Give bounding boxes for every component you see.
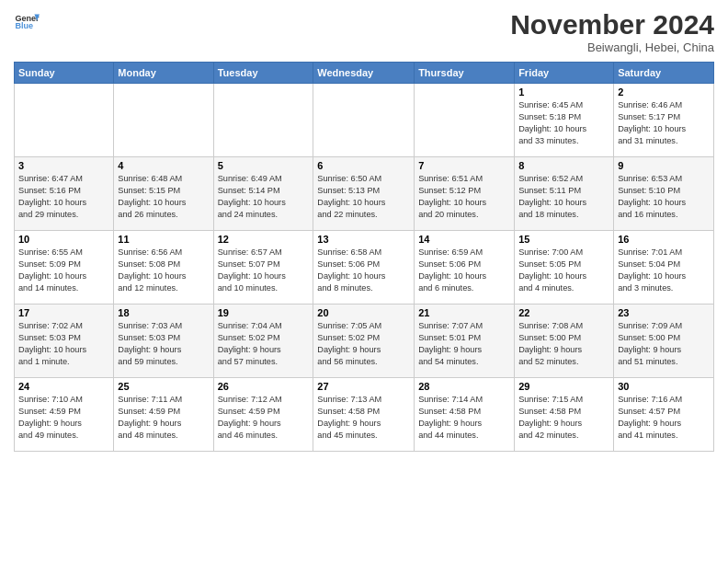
header: General Blue November 2024 Beiwangli, He… (14, 9, 714, 54)
day-number: 10 (18, 234, 109, 245)
day-info: Sunrise: 7:04 AM Sunset: 5:02 PM Dayligh… (218, 320, 310, 368)
calendar-week-row: 17Sunrise: 7:02 AM Sunset: 5:03 PM Dayli… (15, 304, 714, 378)
calendar-day-cell: 15Sunrise: 7:00 AM Sunset: 5:05 PM Dayli… (515, 231, 614, 304)
day-number: 2 (618, 86, 710, 98)
weekday-header: Wednesday (313, 63, 415, 84)
day-number: 28 (418, 381, 510, 392)
day-number: 18 (118, 307, 209, 318)
day-number: 20 (317, 307, 410, 318)
day-info: Sunrise: 7:15 AM Sunset: 4:58 PM Dayligh… (518, 394, 609, 442)
weekday-header: Friday (515, 63, 614, 84)
day-info: Sunrise: 6:59 AM Sunset: 5:06 PM Dayligh… (418, 247, 510, 294)
day-info: Sunrise: 7:05 AM Sunset: 5:02 PM Dayligh… (317, 320, 410, 368)
day-info: Sunrise: 7:07 AM Sunset: 5:01 PM Dayligh… (418, 320, 510, 368)
calendar-day-cell: 13Sunrise: 6:58 AM Sunset: 5:06 PM Dayli… (313, 231, 415, 304)
calendar-day-cell: 11Sunrise: 6:56 AM Sunset: 5:08 PM Dayli… (114, 231, 213, 304)
calendar-day-cell: 17Sunrise: 7:02 AM Sunset: 5:03 PM Dayli… (15, 304, 114, 378)
calendar-day-cell: 16Sunrise: 7:01 AM Sunset: 5:04 PM Dayli… (614, 231, 714, 304)
day-info: Sunrise: 7:10 AM Sunset: 4:59 PM Dayligh… (18, 394, 109, 442)
calendar-day-cell: 30Sunrise: 7:16 AM Sunset: 4:57 PM Dayli… (614, 378, 714, 452)
calendar-day-cell: 29Sunrise: 7:15 AM Sunset: 4:58 PM Dayli… (515, 378, 614, 452)
day-number: 9 (618, 160, 710, 171)
weekday-header: Tuesday (213, 63, 313, 84)
day-number: 24 (18, 381, 109, 392)
location: Beiwangli, Hebei, China (510, 40, 714, 54)
calendar-day-cell: 19Sunrise: 7:04 AM Sunset: 5:02 PM Dayli… (213, 304, 313, 378)
calendar-day-cell: 12Sunrise: 6:57 AM Sunset: 5:07 PM Dayli… (213, 231, 313, 304)
day-number: 27 (317, 381, 410, 392)
calendar-day-cell: 5Sunrise: 6:49 AM Sunset: 5:14 PM Daylig… (213, 157, 313, 231)
calendar-week-row: 3Sunrise: 6:47 AM Sunset: 5:16 PM Daylig… (15, 157, 714, 231)
day-info: Sunrise: 7:14 AM Sunset: 4:58 PM Dayligh… (418, 394, 510, 442)
page: General Blue November 2024 Beiwangli, He… (0, 0, 728, 461)
weekday-header: Saturday (614, 63, 714, 84)
calendar-day-cell: 23Sunrise: 7:09 AM Sunset: 5:00 PM Dayli… (614, 304, 714, 378)
calendar-day-cell: 8Sunrise: 6:52 AM Sunset: 5:11 PM Daylig… (515, 157, 614, 231)
day-number: 1 (518, 86, 609, 98)
calendar: SundayMondayTuesdayWednesdayThursdayFrid… (14, 62, 714, 452)
day-info: Sunrise: 7:11 AM Sunset: 4:59 PM Dayligh… (118, 394, 209, 442)
day-number: 8 (518, 160, 609, 171)
calendar-day-cell: 3Sunrise: 6:47 AM Sunset: 5:16 PM Daylig… (15, 157, 114, 231)
calendar-day-cell (15, 84, 114, 157)
day-info: Sunrise: 7:01 AM Sunset: 5:04 PM Dayligh… (618, 247, 710, 294)
day-number: 12 (218, 234, 310, 245)
month-title: November 2024 (510, 9, 714, 40)
day-number: 30 (618, 381, 710, 392)
calendar-day-cell (313, 84, 415, 157)
day-info: Sunrise: 6:46 AM Sunset: 5:17 PM Dayligh… (618, 99, 710, 147)
day-info: Sunrise: 7:08 AM Sunset: 5:00 PM Dayligh… (518, 320, 609, 368)
day-number: 16 (618, 234, 710, 245)
day-info: Sunrise: 6:56 AM Sunset: 5:08 PM Dayligh… (118, 247, 209, 294)
calendar-day-cell: 1Sunrise: 6:45 AM Sunset: 5:18 PM Daylig… (515, 84, 614, 157)
day-number: 19 (218, 307, 310, 318)
day-info: Sunrise: 6:53 AM Sunset: 5:10 PM Dayligh… (618, 173, 710, 221)
day-info: Sunrise: 6:45 AM Sunset: 5:18 PM Dayligh… (518, 99, 609, 147)
logo-icon: General Blue (14, 9, 40, 35)
title-block: November 2024 Beiwangli, Hebei, China (510, 9, 714, 54)
day-info: Sunrise: 6:48 AM Sunset: 5:15 PM Dayligh… (118, 173, 209, 221)
day-number: 4 (118, 160, 209, 171)
logo: General Blue (14, 9, 40, 35)
day-number: 26 (218, 381, 310, 392)
day-number: 13 (317, 234, 410, 245)
calendar-day-cell: 14Sunrise: 6:59 AM Sunset: 5:06 PM Dayli… (415, 231, 515, 304)
day-info: Sunrise: 6:50 AM Sunset: 5:13 PM Dayligh… (317, 173, 410, 221)
weekday-header: Monday (114, 63, 213, 84)
calendar-day-cell: 10Sunrise: 6:55 AM Sunset: 5:09 PM Dayli… (15, 231, 114, 304)
calendar-day-cell: 2Sunrise: 6:46 AM Sunset: 5:17 PM Daylig… (614, 84, 714, 157)
calendar-day-cell: 21Sunrise: 7:07 AM Sunset: 5:01 PM Dayli… (415, 304, 515, 378)
calendar-day-cell: 26Sunrise: 7:12 AM Sunset: 4:59 PM Dayli… (213, 378, 313, 452)
calendar-day-cell (114, 84, 213, 157)
day-number: 25 (118, 381, 209, 392)
day-info: Sunrise: 6:51 AM Sunset: 5:12 PM Dayligh… (418, 173, 510, 221)
day-info: Sunrise: 7:12 AM Sunset: 4:59 PM Dayligh… (218, 394, 310, 442)
weekday-header: Thursday (415, 63, 515, 84)
day-info: Sunrise: 6:57 AM Sunset: 5:07 PM Dayligh… (218, 247, 310, 294)
calendar-week-row: 24Sunrise: 7:10 AM Sunset: 4:59 PM Dayli… (15, 378, 714, 452)
day-number: 11 (118, 234, 209, 245)
day-info: Sunrise: 7:13 AM Sunset: 4:58 PM Dayligh… (317, 394, 410, 442)
calendar-day-cell: 20Sunrise: 7:05 AM Sunset: 5:02 PM Dayli… (313, 304, 415, 378)
calendar-day-cell (415, 84, 515, 157)
calendar-day-cell: 7Sunrise: 6:51 AM Sunset: 5:12 PM Daylig… (415, 157, 515, 231)
day-info: Sunrise: 6:52 AM Sunset: 5:11 PM Dayligh… (518, 173, 609, 221)
day-info: Sunrise: 7:00 AM Sunset: 5:05 PM Dayligh… (518, 247, 609, 294)
day-number: 22 (518, 307, 609, 318)
day-info: Sunrise: 6:49 AM Sunset: 5:14 PM Dayligh… (218, 173, 310, 221)
day-number: 21 (418, 307, 510, 318)
day-number: 3 (18, 160, 109, 171)
day-info: Sunrise: 6:47 AM Sunset: 5:16 PM Dayligh… (18, 173, 109, 221)
calendar-day-cell: 9Sunrise: 6:53 AM Sunset: 5:10 PM Daylig… (614, 157, 714, 231)
day-number: 17 (18, 307, 109, 318)
day-number: 29 (518, 381, 609, 392)
day-number: 23 (618, 307, 710, 318)
weekday-header-row: SundayMondayTuesdayWednesdayThursdayFrid… (15, 63, 714, 84)
day-number: 7 (418, 160, 510, 171)
day-number: 15 (518, 234, 609, 245)
day-info: Sunrise: 6:55 AM Sunset: 5:09 PM Dayligh… (18, 247, 109, 294)
calendar-week-row: 1Sunrise: 6:45 AM Sunset: 5:18 PM Daylig… (15, 84, 714, 157)
day-info: Sunrise: 6:58 AM Sunset: 5:06 PM Dayligh… (317, 247, 410, 294)
day-number: 14 (418, 234, 510, 245)
svg-text:Blue: Blue (15, 21, 33, 30)
